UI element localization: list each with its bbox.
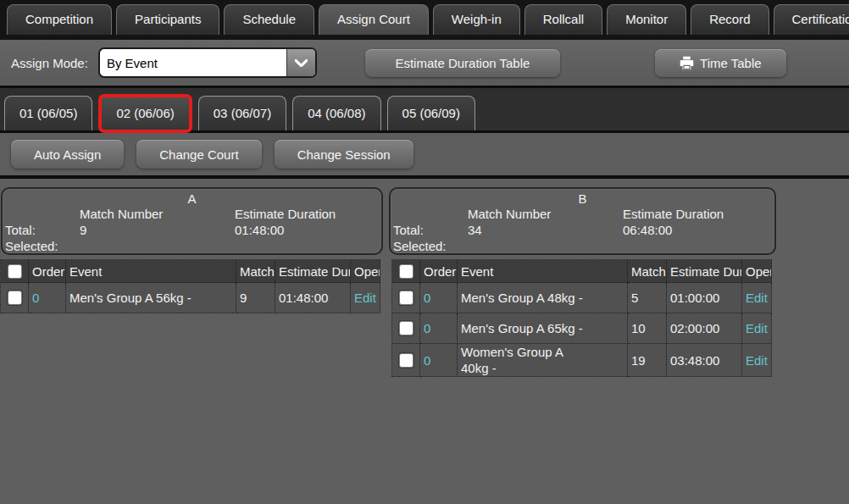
row-edit-link[interactable]: Edit xyxy=(742,283,772,313)
row-estimate-duration: 02:00:00 xyxy=(667,313,742,344)
row-checkbox-cell xyxy=(392,283,420,313)
court-b-header-checkbox-cell xyxy=(392,260,420,283)
court-a-summary-panel: A Match Number Estimate Duration Total: … xyxy=(1,187,383,255)
duration-column-header: Estimate Duration xyxy=(667,260,742,283)
operation-column-header: Operation xyxy=(742,260,772,283)
row-match-number: 9 xyxy=(236,283,275,313)
row-estimate-duration: 01:48:00 xyxy=(275,283,351,313)
court-b-selected-matches xyxy=(468,238,623,254)
assign-mode-label: Assign Mode: xyxy=(11,56,88,70)
date-tab-03[interactable]: 03 (06/07) xyxy=(198,96,286,130)
row-event-name-text: Women's Group A 40kg - xyxy=(461,344,573,376)
change-session-button[interactable]: Change Session xyxy=(275,140,413,169)
row-order-value[interactable]: 0 xyxy=(420,313,458,344)
chevron-down-icon[interactable] xyxy=(286,49,315,76)
operation-column-header: Operation xyxy=(351,260,380,283)
date-tab-05[interactable]: 05 (06/09) xyxy=(387,96,475,130)
court-b-total-duration: 06:48:00 xyxy=(623,222,774,238)
row-event-name: Men's Group A 48kg - xyxy=(458,283,628,313)
session-date-tab-bar: 01 (06/05) 02 (06/06) 03 (06/07) 04 (06/… xyxy=(0,88,849,133)
court-a-name: A xyxy=(3,191,381,206)
row-order-value[interactable]: 0 xyxy=(420,283,458,313)
change-court-button[interactable]: Change Court xyxy=(136,140,261,169)
time-table-button[interactable]: Time Table xyxy=(655,49,786,77)
auto-assign-button[interactable]: Auto Assign xyxy=(11,140,124,169)
estimate-duration-table-button[interactable]: Estimate Duration Table xyxy=(365,49,560,77)
match-number-header: Match Number xyxy=(468,206,623,222)
event-column-header: Event xyxy=(458,260,628,283)
tab-schedule[interactable]: Schedule xyxy=(224,4,314,35)
main-tab-bar: Competition Participants Schedule Assign… xyxy=(0,0,849,40)
printer-icon xyxy=(680,56,694,70)
event-column-header: Event xyxy=(66,260,236,283)
row-estimate-duration: 01:00:00 xyxy=(667,283,742,313)
court-a-event-table: Order Event Match Number Estimate Durati… xyxy=(0,259,380,313)
row-order-value[interactable]: 0 xyxy=(420,344,458,377)
date-tab-02-highlighted[interactable]: 02 (06/06) xyxy=(98,94,191,133)
court-actions-row: Auto Assign Change Court Change Session xyxy=(0,133,849,179)
total-label: Total: xyxy=(5,222,80,238)
court-b-event-table: Order Event Match Number Estimate Durati… xyxy=(391,259,772,377)
tab-weigh-in[interactable]: Weigh-in xyxy=(433,4,520,35)
row-event-name: Men's Group A 56kg - xyxy=(66,283,236,313)
court-a-selected-duration xyxy=(235,238,381,254)
match-column-header: Match Number xyxy=(236,260,275,283)
row-order-value[interactable]: 0 xyxy=(29,283,66,313)
order-column-header: Order xyxy=(29,260,66,283)
date-tab-01[interactable]: 01 (06/05) xyxy=(4,96,92,130)
assign-mode-selected-value: By Event xyxy=(100,56,286,70)
assign-toolbar: Assign Mode: By Event Estimate Duration … xyxy=(0,40,849,88)
court-a-selected-matches xyxy=(80,238,235,254)
duration-column-header: Estimate Duration xyxy=(275,260,351,283)
tab-participants[interactable]: Participants xyxy=(116,4,219,35)
selected-label: Selected: xyxy=(5,238,80,254)
row-checkbox[interactable] xyxy=(399,321,413,335)
tab-competition[interactable]: Competition xyxy=(7,4,112,35)
order-column-header: Order xyxy=(420,260,458,283)
time-table-label: Time Table xyxy=(700,56,762,70)
row-match-number: 19 xyxy=(628,344,667,377)
court-b-summary-panel: B Match Number Estimate Duration Total: … xyxy=(389,187,776,255)
tab-record[interactable]: Record xyxy=(691,4,769,35)
court-a-header-checkbox-cell xyxy=(1,260,29,283)
row-edit-link[interactable]: Edit xyxy=(742,313,772,344)
court-b-total-matches: 34 xyxy=(468,222,623,238)
court-b-selected-duration xyxy=(623,238,774,254)
row-edit-link[interactable]: Edit xyxy=(742,344,772,377)
court-b-name: B xyxy=(391,191,774,206)
selected-label: Selected: xyxy=(393,238,468,254)
row-checkbox-cell xyxy=(392,313,420,344)
tab-certification[interactable]: Certification xyxy=(774,4,849,35)
row-estimate-duration: 03:48:00 xyxy=(667,344,742,377)
match-column-header: Match Number xyxy=(628,260,667,283)
estimate-duration-header: Estimate Duration xyxy=(623,206,774,222)
estimate-duration-header: Estimate Duration xyxy=(235,206,381,222)
date-tab-04[interactable]: 04 (06/08) xyxy=(292,96,380,130)
court-a-total-matches: 9 xyxy=(80,222,235,238)
select-all-checkbox[interactable] xyxy=(399,264,413,279)
row-event-name: Women's Group A 40kg - xyxy=(458,344,628,377)
tab-rollcall[interactable]: Rollcall xyxy=(524,4,602,35)
match-number-header: Match Number xyxy=(80,206,235,222)
row-checkbox[interactable] xyxy=(399,291,413,305)
total-label: Total: xyxy=(393,222,468,238)
court-a-total-duration: 01:48:00 xyxy=(235,222,381,238)
tab-assign-court[interactable]: Assign Court xyxy=(319,4,429,35)
row-checkbox-cell xyxy=(392,344,420,377)
row-checkbox[interactable] xyxy=(399,353,413,368)
assign-court-content: A Match Number Estimate Duration Total: … xyxy=(0,179,849,377)
row-event-name: Men's Group A 65kg - xyxy=(458,313,628,344)
row-edit-link[interactable]: Edit xyxy=(351,283,380,313)
row-checkbox[interactable] xyxy=(8,291,22,305)
row-match-number: 10 xyxy=(628,313,667,344)
tab-monitor[interactable]: Monitor xyxy=(607,4,686,35)
row-checkbox-cell xyxy=(1,283,29,313)
row-match-number: 5 xyxy=(628,283,667,313)
select-all-checkbox[interactable] xyxy=(8,264,22,279)
assign-mode-select[interactable]: By Event xyxy=(98,47,317,78)
